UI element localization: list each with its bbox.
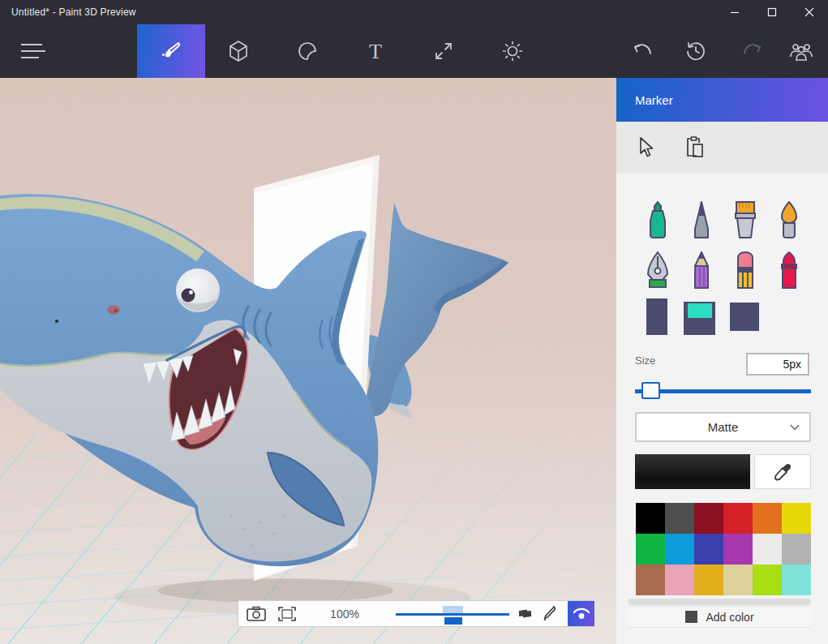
zoom-slider-thumb-bottom[interactable] bbox=[444, 617, 462, 625]
3d-shapes-button[interactable] bbox=[212, 24, 264, 78]
pixel-pen-icon bbox=[644, 251, 671, 289]
redo-icon bbox=[740, 41, 763, 61]
eyedropper-icon bbox=[774, 463, 792, 481]
tool-swatch-3[interactable] bbox=[730, 303, 759, 331]
stickers-button[interactable] bbox=[281, 24, 333, 78]
flag-icon bbox=[519, 609, 532, 618]
palette-color-gray[interactable] bbox=[782, 534, 811, 565]
brush-oil-brush[interactable] bbox=[723, 200, 767, 238]
palette-color-brown[interactable] bbox=[636, 565, 665, 595]
chevron-down-icon bbox=[790, 424, 800, 431]
mixed-reality-button[interactable] bbox=[516, 601, 535, 626]
pencil-icon bbox=[542, 605, 558, 623]
plane-shadow-core bbox=[158, 578, 393, 603]
undo-button[interactable] bbox=[617, 24, 669, 78]
oil-brush-icon bbox=[732, 201, 758, 238]
redo-button[interactable] bbox=[726, 24, 778, 78]
zoom-fit-button[interactable] bbox=[274, 601, 300, 626]
history-button[interactable] bbox=[670, 24, 722, 78]
zoom-slider-thumb-top[interactable] bbox=[443, 606, 463, 613]
brush-pencil[interactable] bbox=[680, 250, 723, 289]
add-color-swatch-icon bbox=[685, 611, 697, 623]
brush-eraser[interactable] bbox=[723, 250, 767, 289]
palette-color-turquoise[interactable] bbox=[782, 565, 811, 595]
brush-watercolor[interactable] bbox=[767, 200, 811, 238]
select-tool-button[interactable] bbox=[628, 129, 665, 166]
palette-color-green[interactable] bbox=[636, 534, 665, 565]
brush-pixel-pen[interactable] bbox=[636, 250, 680, 289]
minimize-button[interactable] bbox=[716, 0, 753, 24]
panel-scrollbar[interactable] bbox=[629, 599, 811, 605]
remix-3d-button[interactable] bbox=[777, 24, 826, 78]
maximize-button[interactable] bbox=[753, 0, 791, 24]
material-dropdown[interactable]: Matte bbox=[635, 412, 811, 442]
size-input[interactable] bbox=[746, 353, 809, 376]
art-tools-tab[interactable] bbox=[137, 24, 205, 78]
close-button[interactable] bbox=[791, 0, 828, 24]
camera-icon bbox=[247, 606, 266, 622]
brush-crayon[interactable] bbox=[767, 250, 811, 289]
draw-button[interactable] bbox=[538, 601, 561, 626]
add-color-label: Add color bbox=[706, 611, 753, 624]
effects-button[interactable] bbox=[487, 24, 538, 78]
palette-color-yellow[interactable] bbox=[782, 503, 811, 534]
people-icon bbox=[788, 41, 814, 62]
brush-marker[interactable] bbox=[636, 200, 680, 238]
sun-icon bbox=[501, 40, 524, 62]
frame-icon bbox=[278, 607, 296, 621]
close-icon bbox=[804, 7, 814, 17]
brush-grid bbox=[636, 200, 811, 289]
history-icon bbox=[684, 40, 707, 62]
svg-text:T: T bbox=[369, 40, 382, 62]
view-toolbar: 100% bbox=[238, 600, 594, 627]
text-icon: T bbox=[365, 40, 386, 62]
paste-button[interactable] bbox=[676, 129, 714, 166]
screenshot-button[interactable] bbox=[243, 601, 269, 626]
palette-color-white[interactable] bbox=[753, 534, 782, 565]
canvas-button[interactable] bbox=[418, 24, 470, 78]
red-spot bbox=[107, 306, 120, 315]
palette-color-pink[interactable] bbox=[665, 565, 694, 595]
tool-swatch-2-inset bbox=[688, 303, 712, 318]
add-color-button[interactable]: Add color bbox=[629, 606, 811, 628]
view-3d-button[interactable] bbox=[568, 601, 594, 626]
palette-color-khaki[interactable] bbox=[723, 565, 753, 595]
palette-color-red[interactable] bbox=[723, 503, 753, 534]
titlebar: Untitled* - Paint 3D Preview bbox=[0, 0, 828, 24]
size-label: Size bbox=[635, 354, 655, 367]
size-slider-thumb[interactable] bbox=[641, 382, 660, 399]
palette-color-azure[interactable] bbox=[665, 534, 694, 565]
calligraphy-pen-icon bbox=[691, 201, 712, 238]
scene-shark-model bbox=[0, 78, 616, 644]
palette-color-black[interactable] bbox=[636, 503, 665, 534]
tool-swatch-1[interactable] bbox=[646, 298, 667, 335]
minimize-icon bbox=[730, 7, 740, 17]
palette-color-indigo[interactable] bbox=[694, 534, 723, 565]
panel-tool-strip bbox=[616, 122, 828, 173]
palette-color-gold[interactable] bbox=[694, 565, 723, 595]
current-color-swatch[interactable] bbox=[635, 454, 750, 489]
sticker-icon bbox=[296, 40, 319, 62]
window-title: Untitled* - Paint 3D Preview bbox=[0, 6, 136, 18]
palette-color-dark-gray[interactable] bbox=[665, 503, 694, 534]
pencil-tool-icon bbox=[691, 251, 712, 289]
color-palette bbox=[636, 503, 811, 595]
brush-calligraphy-pen[interactable] bbox=[680, 200, 723, 238]
panel-title: Marker bbox=[616, 93, 673, 107]
zoom-level-label: 100% bbox=[320, 601, 370, 626]
undo-icon bbox=[632, 41, 654, 61]
menu-button[interactable] bbox=[11, 24, 55, 78]
resize-icon bbox=[433, 41, 454, 62]
palette-color-dark-red[interactable] bbox=[694, 503, 723, 534]
palette-color-orange[interactable] bbox=[753, 503, 782, 534]
tool-swatch-2[interactable] bbox=[684, 302, 715, 335]
palette-color-lime[interactable] bbox=[753, 565, 782, 595]
eyedropper-button[interactable] bbox=[754, 454, 811, 489]
palette-color-purple[interactable] bbox=[723, 534, 753, 565]
text-button[interactable]: T bbox=[350, 24, 401, 78]
main-toolbar: T bbox=[0, 24, 828, 78]
panel-header: Marker bbox=[616, 78, 828, 122]
size-slider-track[interactable] bbox=[635, 389, 811, 393]
canvas-3d-view[interactable]: 100% bbox=[0, 78, 616, 644]
zoom-slider-track[interactable] bbox=[396, 613, 509, 616]
